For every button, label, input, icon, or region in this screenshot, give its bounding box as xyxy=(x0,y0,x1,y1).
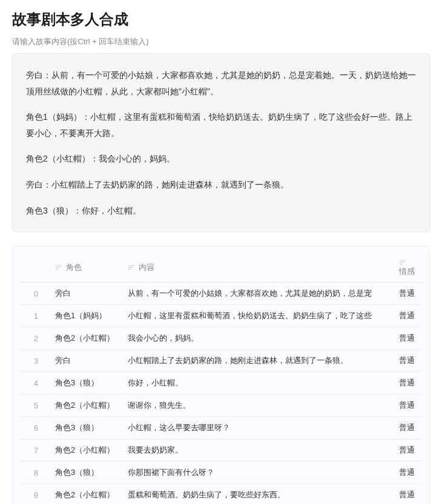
row-role: 角色3（狼） xyxy=(49,372,122,394)
row-content: 你好，小红帽。 xyxy=(122,372,393,394)
column-header-label: 内容 xyxy=(139,263,154,272)
row-content: 小红帽踏上了去奶奶家的路，她刚走进森林，就遇到了一条狼。 xyxy=(122,350,393,372)
row-index: 1 xyxy=(19,305,49,327)
row-index: 8 xyxy=(19,462,49,484)
row-emotion: 普通 xyxy=(393,327,423,350)
table-row[interactable]: 6角色3（狼）小红帽，这么早要去哪里呀？普通 xyxy=(19,417,423,439)
column-header-label: 角色 xyxy=(66,263,82,272)
row-content: 从前，有一个可爱的小姑娘，大家都喜欢她，尤其是她的奶奶，总是宠 xyxy=(122,283,393,305)
table-row[interactable]: 8角色3（狼）你那围裙下面有什么呀？普通 xyxy=(19,462,423,484)
row-emotion: 普通 xyxy=(393,484,423,504)
table-row[interactable]: 4角色3（狼）你好，小红帽。普通 xyxy=(19,372,423,394)
table-row[interactable]: 0旁白从前，有一个可爱的小姑娘，大家都喜欢她，尤其是她的奶奶，总是宠普通 xyxy=(19,283,423,305)
column-header-content[interactable]: 内容 xyxy=(122,252,393,283)
row-emotion: 普通 xyxy=(393,439,423,462)
story-paragraph: 角色1（妈妈）：小红帽，这里有蛋糕和葡萄酒，快给奶奶送去。奶奶生病了，吃了这些会… xyxy=(26,109,416,141)
row-role: 角色3（狼） xyxy=(49,462,122,484)
row-content: 你那围裙下面有什么呀？ xyxy=(122,462,393,484)
row-role: 角色1（妈妈） xyxy=(49,305,122,327)
script-table-container: 角色 内容 情感 0旁白从前，有一个可爱的小姑娘，大家都喜欢她，尤其是她的奶奶，… xyxy=(12,246,430,504)
row-emotion: 普通 xyxy=(393,283,423,305)
row-content: 我会小心的，妈妈。 xyxy=(122,327,393,350)
column-header-emotion[interactable]: 情感 xyxy=(393,252,423,283)
row-index: 9 xyxy=(19,484,49,504)
story-paragraph: 旁白：从前，有一个可爱的小姑娘，大家都喜欢她，尤其是她的奶奶，总是宠着她。一天，… xyxy=(26,67,416,99)
story-paragraph: 角色2（小红帽）：我会小心的，妈妈。 xyxy=(26,151,416,167)
row-index: 4 xyxy=(19,372,49,394)
column-header-index xyxy=(19,252,49,283)
input-hint: 请输入故事内容(按Ctrl + 回车结束输入) xyxy=(12,36,430,47)
row-role: 旁白 xyxy=(49,283,122,305)
row-role: 角色2（小红帽） xyxy=(49,484,122,504)
row-emotion: 普通 xyxy=(393,372,423,394)
table-row[interactable]: 3旁白小红帽踏上了去奶奶家的路，她刚走进森林，就遇到了一条狼。普通 xyxy=(19,350,423,372)
script-table: 角色 内容 情感 0旁白从前，有一个可爱的小姑娘，大家都喜欢她，尤其是她的奶奶，… xyxy=(19,252,423,504)
column-header-role[interactable]: 角色 xyxy=(49,252,122,283)
row-emotion: 普通 xyxy=(393,394,423,417)
row-role: 旁白 xyxy=(49,350,122,372)
row-index: 7 xyxy=(19,439,49,462)
table-row[interactable]: 1角色1（妈妈）小红帽，这里有蛋糕和葡萄酒，快给奶奶送去。奶奶生病了，吃了这些普… xyxy=(19,305,423,327)
row-emotion: 普通 xyxy=(393,305,423,327)
row-index: 0 xyxy=(19,283,49,305)
row-role: 角色3（狼） xyxy=(49,417,122,439)
row-content: 小红帽，这里有蛋糕和葡萄酒，快给奶奶送去。奶奶生病了，吃了这些 xyxy=(122,305,393,327)
row-content: 蛋糕和葡萄酒。奶奶生病了，要吃些好东西。 xyxy=(122,484,393,504)
story-paragraph: 旁白：小红帽踏上了去奶奶家的路，她刚走进森林，就遇到了一条狼。 xyxy=(26,177,416,193)
sort-icon xyxy=(55,264,62,271)
page-title: 故事剧本多人合成 xyxy=(12,10,430,29)
row-role: 角色2（小红帽） xyxy=(49,439,122,462)
story-paragraph: 角色3（狼）：你好，小红帽。 xyxy=(26,203,416,219)
row-role: 角色2（小红帽） xyxy=(49,394,122,417)
table-row[interactable]: 2角色2（小红帽）我会小心的，妈妈。普通 xyxy=(19,327,423,350)
table-row[interactable]: 5角色2（小红帽）谢谢你，狼先生。普通 xyxy=(19,394,423,417)
table-row[interactable]: 7角色2（小红帽）我要去奶奶家。普通 xyxy=(19,439,423,462)
row-role: 角色2（小红帽） xyxy=(49,327,122,350)
row-content: 谢谢你，狼先生。 xyxy=(122,394,393,417)
sort-icon xyxy=(399,259,406,266)
row-index: 6 xyxy=(19,417,49,439)
row-emotion: 普通 xyxy=(393,350,423,372)
table-row[interactable]: 9角色2（小红帽）蛋糕和葡萄酒。奶奶生病了，要吃些好东西。普通 xyxy=(19,484,423,504)
row-index: 3 xyxy=(19,350,49,372)
row-content: 小红帽，这么早要去哪里呀？ xyxy=(122,417,393,439)
row-content: 我要去奶奶家。 xyxy=(122,439,393,462)
story-textarea[interactable]: 旁白：从前，有一个可爱的小姑娘，大家都喜欢她，尤其是她的奶奶，总是宠着她。一天，… xyxy=(12,53,430,232)
row-index: 2 xyxy=(19,327,49,350)
sort-icon xyxy=(128,264,135,271)
row-index: 5 xyxy=(19,394,49,417)
row-emotion: 普通 xyxy=(393,462,423,484)
column-header-label: 情感 xyxy=(399,267,415,276)
row-emotion: 普通 xyxy=(393,417,423,439)
